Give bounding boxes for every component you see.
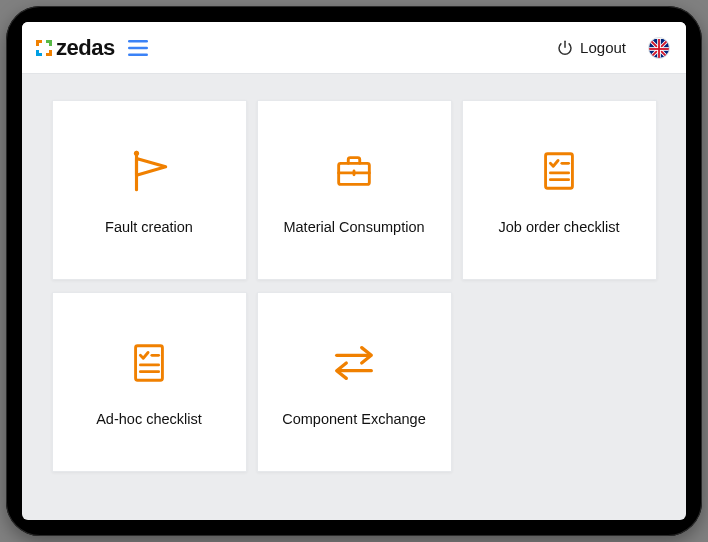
swap-icon bbox=[329, 337, 379, 389]
brand-logo: zedas bbox=[34, 35, 115, 61]
power-icon bbox=[556, 39, 574, 57]
tile-label: Job order checklist bbox=[499, 219, 620, 235]
svg-point-9 bbox=[134, 151, 139, 156]
logout-button[interactable]: Logout bbox=[556, 39, 626, 57]
svg-rect-13 bbox=[546, 154, 573, 189]
svg-rect-17 bbox=[136, 346, 163, 381]
tile-material-consumption[interactable]: Material Consumption bbox=[257, 100, 452, 280]
tile-adhoc-checklist[interactable]: Ad-hoc checklist bbox=[52, 292, 247, 472]
uk-flag-icon bbox=[649, 38, 669, 59]
brand-name: zedas bbox=[56, 35, 115, 61]
top-bar: zedas Logout bbox=[22, 22, 686, 74]
tile-label: Ad-hoc checklist bbox=[96, 411, 202, 427]
tile-grid: Fault creation Material Consumption bbox=[52, 100, 657, 472]
language-button[interactable] bbox=[648, 37, 670, 59]
svg-rect-2 bbox=[128, 53, 148, 56]
svg-rect-1 bbox=[128, 46, 148, 49]
tile-job-order-checklist[interactable]: Job order checklist bbox=[462, 100, 657, 280]
app-screen: zedas Logout bbox=[22, 22, 686, 520]
brand-mark-icon bbox=[34, 38, 54, 58]
content-area: Fault creation Material Consumption bbox=[22, 74, 686, 520]
flag-icon bbox=[124, 145, 174, 197]
menu-icon bbox=[128, 40, 148, 56]
briefcase-icon bbox=[331, 145, 377, 197]
tile-label: Component Exchange bbox=[282, 411, 426, 427]
tablet-frame: zedas Logout bbox=[6, 6, 702, 536]
checklist-icon bbox=[128, 337, 170, 389]
logout-label: Logout bbox=[580, 39, 626, 56]
svg-rect-0 bbox=[128, 40, 148, 43]
tile-fault-creation[interactable]: Fault creation bbox=[52, 100, 247, 280]
tile-label: Fault creation bbox=[105, 219, 193, 235]
menu-button[interactable] bbox=[127, 37, 149, 59]
tile-label: Material Consumption bbox=[283, 219, 424, 235]
checklist-icon bbox=[538, 145, 580, 197]
svg-rect-7 bbox=[649, 48, 669, 50]
tile-component-exchange[interactable]: Component Exchange bbox=[257, 292, 452, 472]
